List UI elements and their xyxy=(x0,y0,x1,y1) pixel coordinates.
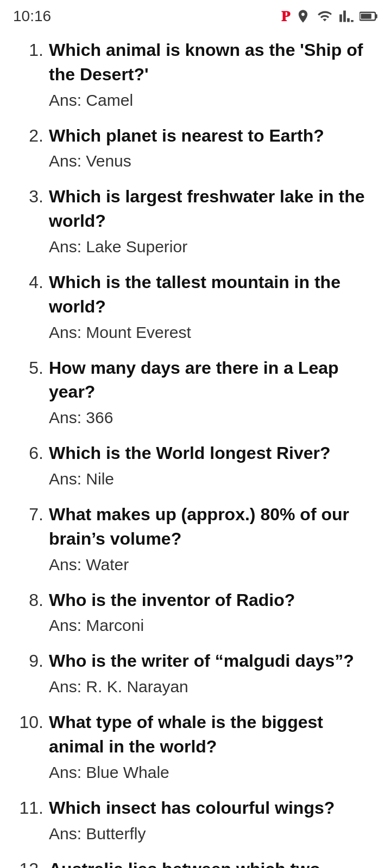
qa-answer: Ans: Water xyxy=(49,553,375,576)
qa-question: What makes up (approx.) 80% of our brain… xyxy=(49,502,375,551)
qa-number: 11. xyxy=(16,796,49,820)
pinterest-icon: 𝐏 xyxy=(281,8,290,25)
qa-number: 7. xyxy=(16,502,49,527)
battery-icon xyxy=(360,9,378,24)
qa-number: 12. xyxy=(16,857,49,868)
qa-answer: Ans: Camel xyxy=(49,89,375,112)
svg-rect-2 xyxy=(361,14,371,19)
status-icons: 𝐏 xyxy=(281,8,378,25)
qa-body: Which planet is nearest to Earth?Ans: Ve… xyxy=(49,124,375,173)
svg-rect-1 xyxy=(375,14,377,18)
qa-number: 2. xyxy=(16,124,49,148)
qa-question: Who is the writer of “malgudi days”? xyxy=(49,649,375,673)
qa-item: 10.What type of whale is the biggest ani… xyxy=(16,710,375,784)
qa-number: 9. xyxy=(16,649,49,673)
qa-number: 1. xyxy=(16,38,49,62)
qa-item: 2.Which planet is nearest to Earth?Ans: … xyxy=(16,124,375,173)
qa-answer: Ans: Lake Superior xyxy=(49,235,375,258)
qa-item: 3.Which is largest freshwater lake in th… xyxy=(16,184,375,258)
qa-body: How many days are there in a Leap year?A… xyxy=(49,356,375,430)
qa-body: What type of whale is the biggest animal… xyxy=(49,710,375,784)
qa-question: How many days are there in a Leap year? xyxy=(49,356,375,405)
qa-number: 4. xyxy=(16,270,49,295)
qa-question: Which insect has colourful wings? xyxy=(49,796,375,820)
qa-body: Australia lies between which two oceans?… xyxy=(49,857,375,868)
qa-answer: Ans: 366 xyxy=(49,406,375,429)
qa-question: Who is the inventor of Radio? xyxy=(49,588,375,612)
qa-body: Which insect has colourful wings?Ans: Bu… xyxy=(49,796,375,845)
qa-question: Which is largest freshwater lake in the … xyxy=(49,184,375,233)
signal-icon xyxy=(339,9,354,24)
qa-body: Who is the writer of “malgudi days”?Ans:… xyxy=(49,649,375,698)
qa-number: 5. xyxy=(16,356,49,380)
qa-item: 8.Who is the inventor of Radio?Ans: Marc… xyxy=(16,588,375,637)
qa-answer: Ans: Butterfly xyxy=(49,822,375,845)
qa-item: 5.How many days are there in a Leap year… xyxy=(16,356,375,430)
qa-answer: Ans: Venus xyxy=(49,150,375,173)
qa-item: 12.Australia lies between which two ocea… xyxy=(16,857,375,868)
qa-number: 3. xyxy=(16,184,49,209)
qa-body: Who is the inventor of Radio?Ans: Marcon… xyxy=(49,588,375,637)
wifi-icon xyxy=(316,9,333,24)
qa-answer: Ans: Blue Whale xyxy=(49,761,375,784)
qa-item: 11.Which insect has colourful wings?Ans:… xyxy=(16,796,375,845)
status-time: 10:16 xyxy=(13,8,51,25)
qa-item: 6.Which is the World longest River?Ans: … xyxy=(16,441,375,490)
qa-body: Which is the World longest River?Ans: Ni… xyxy=(49,441,375,490)
qa-question: What type of whale is the biggest animal… xyxy=(49,710,375,759)
qa-body: Which is largest freshwater lake in the … xyxy=(49,184,375,258)
qa-answer: Ans: Marconi xyxy=(49,614,375,637)
qa-body: What makes up (approx.) 80% of our brain… xyxy=(49,502,375,576)
qa-answer: Ans: R. K. Narayan xyxy=(49,675,375,698)
qa-item: 1.Which animal is known as the 'Ship of … xyxy=(16,38,375,112)
qa-question: Australia lies between which two oceans? xyxy=(49,857,375,868)
qa-item: 4.Which is the tallest mountain in the w… xyxy=(16,270,375,344)
qa-answer: Ans: Mount Everest xyxy=(49,321,375,344)
qa-body: Which is the tallest mountain in the wor… xyxy=(49,270,375,344)
qa-question: Which animal is known as the 'Ship of th… xyxy=(49,38,375,87)
qa-list: 1.Which animal is known as the 'Ship of … xyxy=(16,38,375,868)
alarm-icon xyxy=(295,9,311,24)
qa-body: Which animal is known as the 'Ship of th… xyxy=(49,38,375,112)
qa-question: Which is the tallest mountain in the wor… xyxy=(49,270,375,319)
status-bar: 10:16 𝐏 xyxy=(0,0,391,33)
qa-item: 9.Who is the writer of “malgudi days”?An… xyxy=(16,649,375,698)
qa-number: 6. xyxy=(16,441,49,465)
qa-number: 10. xyxy=(16,710,49,735)
qa-item: 7.What makes up (approx.) 80% of our bra… xyxy=(16,502,375,576)
qa-question: Which planet is nearest to Earth? xyxy=(49,124,375,148)
qa-answer: Ans: Nile xyxy=(49,468,375,490)
qa-question: Which is the World longest River? xyxy=(49,441,375,465)
main-content: 1.Which animal is known as the 'Ship of … xyxy=(0,33,391,868)
qa-number: 8. xyxy=(16,588,49,612)
